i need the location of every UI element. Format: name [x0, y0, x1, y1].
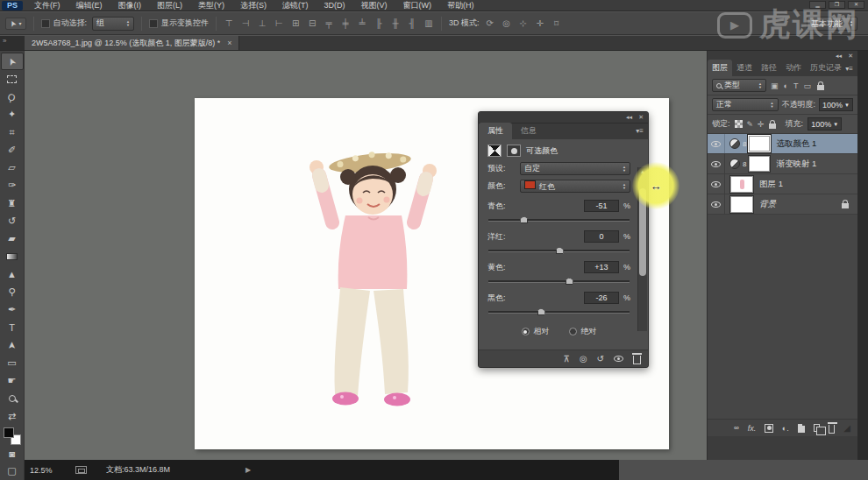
close-icon[interactable]: ✕	[638, 114, 644, 121]
mode-3d-icon-2[interactable]: ⊹	[518, 18, 529, 28]
lock-transparent-icon[interactable]	[735, 120, 743, 128]
layer-row[interactable]: 8渐变映射 1	[708, 154, 857, 174]
menu-item-V[interactable]: 视图(V)	[353, 0, 395, 11]
mode-3d-icon-4[interactable]: ⌑	[551, 18, 562, 28]
eye-icon[interactable]	[711, 161, 721, 167]
eraser-tool[interactable]: ▰	[1, 230, 24, 248]
add-mask-icon[interactable]	[765, 424, 773, 433]
slider-track[interactable]	[488, 250, 630, 252]
menu-item-S[interactable]: 选择(S)	[232, 0, 274, 11]
slider-value-field[interactable]: +13	[584, 261, 619, 273]
eye-icon[interactable]	[711, 201, 721, 208]
tab-动作[interactable]: 动作	[781, 60, 806, 76]
color-dropdown[interactable]: 红色 ▲ ▼	[520, 180, 630, 193]
align-icon-2[interactable]: ⊥	[257, 18, 267, 28]
fill-field[interactable]: 100% ▼	[808, 117, 842, 131]
layer-visibility-cell[interactable]	[708, 174, 725, 194]
layer-name[interactable]: 图层 1	[759, 179, 783, 190]
close-icon[interactable]: ×	[227, 39, 231, 47]
tab-属性[interactable]: 属性	[479, 123, 512, 139]
mask-target-icon[interactable]	[507, 145, 521, 157]
close-icon[interactable]: ✕	[848, 53, 853, 60]
color-swatches[interactable]	[3, 427, 22, 444]
filter-icon-0[interactable]: ▣	[771, 81, 779, 90]
show-transform-checkbox[interactable]: 显示变换控件	[149, 18, 209, 29]
quick-mask-button[interactable]: ◙	[1, 445, 24, 462]
type-tool[interactable]: T	[1, 319, 24, 336]
new-layer-icon[interactable]	[814, 424, 821, 432]
layer-visibility-cell[interactable]	[708, 154, 725, 173]
layer-mask-thumbnail[interactable]	[749, 156, 770, 172]
tab-图层[interactable]: 图层	[708, 60, 732, 76]
mode-3d-icon-0[interactable]: ⟳	[485, 18, 495, 28]
align-icon-8[interactable]: ╧	[357, 18, 367, 28]
menu-item-F[interactable]: 文件(F)	[26, 0, 68, 11]
slider-thumb[interactable]	[520, 216, 528, 223]
slider-value-field[interactable]: -26	[584, 292, 619, 304]
shape-tool[interactable]: ▭	[1, 354, 24, 371]
delete-adjustment-icon[interactable]	[633, 356, 641, 364]
layer-name[interactable]: 渐变映射 1	[776, 159, 816, 170]
align-icon-0[interactable]: ⊤	[224, 18, 234, 28]
align-icon-9[interactable]: ╟	[374, 18, 384, 28]
auto-align-icon[interactable]: ▥	[423, 18, 434, 28]
dodge-tool[interactable]: ⚲	[1, 283, 24, 300]
minimize-button[interactable]: ▁	[809, 1, 826, 9]
filter-icon-1[interactable]: ◐	[784, 81, 788, 90]
menu-item-E[interactable]: 编辑(E)	[68, 0, 110, 11]
marquee-tool[interactable]	[1, 70, 24, 88]
eye-icon[interactable]	[711, 141, 721, 147]
current-tool-preview[interactable]: ➤ ▾	[5, 18, 26, 30]
lock-position-icon[interactable]: ✛	[758, 120, 765, 129]
collapse-panel-icon[interactable]: ◂◂	[626, 114, 632, 121]
opacity-field[interactable]: 100% ▼	[819, 98, 853, 111]
radio-相对[interactable]: 相对	[522, 326, 550, 337]
layer-thumbnail[interactable]	[730, 196, 753, 213]
auto-select-dropdown[interactable]: 组 ▲ ▼	[92, 17, 134, 31]
menu-item-3DD[interactable]: 3D(D)	[317, 1, 353, 10]
clip-to-layer-icon[interactable]: ⊼	[564, 354, 570, 364]
screen-mode-button[interactable]: ▢	[1, 462, 24, 480]
lasso-tool[interactable]: Ϙ	[1, 88, 24, 106]
mode-3d-icon-3[interactable]: ✛	[535, 18, 545, 28]
slider-thumb[interactable]	[537, 308, 545, 315]
panel-menu-icon[interactable]: ▾≡	[845, 65, 853, 73]
path-selection-tool[interactable]: ➤	[1, 336, 24, 354]
menu-item-W[interactable]: 窗口(W)	[395, 0, 440, 11]
healing-brush-tool[interactable]: ▱	[1, 159, 24, 177]
layer-mask-thumbnail[interactable]	[749, 136, 770, 152]
slider-track[interactable]	[488, 219, 630, 222]
layer-visibility-cell[interactable]	[708, 134, 725, 153]
layer-row[interactable]: 背景	[708, 194, 857, 215]
align-icon-7[interactable]: ╪	[340, 18, 351, 28]
brush-tool[interactable]: ✑	[1, 177, 24, 194]
align-icon-1[interactable]: ⊣	[240, 18, 251, 28]
zoom-level-field[interactable]: 12.5%	[30, 466, 75, 475]
menu-item-I[interactable]: 图像(I)	[110, 0, 150, 11]
layer-thumbnail[interactable]	[730, 176, 753, 193]
layer-name[interactable]: 选取颜色 1	[776, 138, 816, 150]
align-icon-5[interactable]: ⊟	[307, 18, 317, 28]
foreground-color-swatch[interactable]	[4, 427, 14, 438]
filter-lock-icon[interactable]	[817, 85, 824, 90]
tab-历史记录[interactable]: 历史记录	[806, 60, 846, 76]
preset-dropdown[interactable]: 自定 ▲ ▼	[520, 162, 630, 175]
pen-tool[interactable]: ✒	[1, 301, 24, 319]
slider-value-field[interactable]: 0	[584, 230, 619, 243]
crop-tool[interactable]: ⌗	[1, 124, 24, 141]
tab-信息[interactable]: 信息	[512, 123, 545, 139]
swap-colors-icon[interactable]: ⇄	[1, 407, 24, 425]
align-icon-11[interactable]: ╢	[407, 18, 417, 28]
reset-icon[interactable]: ↺	[597, 354, 604, 364]
panel-collapse-icon[interactable]: »	[0, 36, 25, 50]
eyedropper-tool[interactable]: ✐	[1, 141, 24, 159]
restore-button[interactable]: ❐	[829, 1, 845, 9]
close-button[interactable]: ✕	[848, 1, 864, 9]
layer-style-icon[interactable]: fx.	[748, 424, 757, 433]
align-icon-3[interactable]: ⊢	[274, 18, 284, 28]
layer-name[interactable]: 背景	[759, 199, 776, 210]
slider-thumb[interactable]	[556, 247, 564, 254]
blend-mode-dropdown[interactable]: 正常 ▲ ▼	[712, 98, 779, 111]
resize-grip-icon[interactable]: ◢	[843, 423, 850, 433]
clone-stamp-tool[interactable]: ♜	[1, 194, 24, 212]
